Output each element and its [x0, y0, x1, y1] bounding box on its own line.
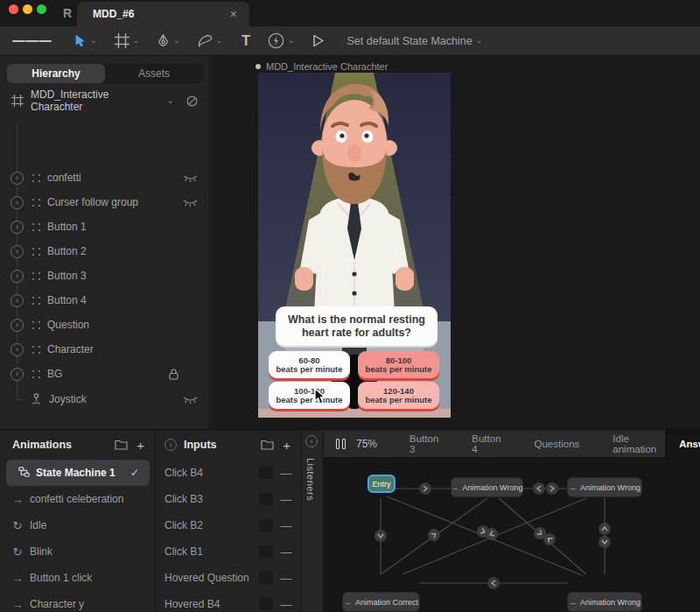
input-item-click-b2[interactable]: Click B2 — [156, 512, 301, 538]
input-type-icon [259, 467, 273, 479]
eye-closed-icon[interactable] [183, 396, 198, 404]
maximize-window-button[interactable] [37, 4, 46, 14]
answer-button-120-140[interactable]: 120-140 beats per minute [358, 382, 439, 409]
toolbar: ⌄ ⌄ ⌄ ⌄ T [0, 26, 700, 56]
collapse-inputs-icon[interactable]: › [164, 439, 177, 451]
input-value[interactable]: — [273, 572, 299, 585]
input-type-icon [259, 545, 273, 558]
tag-icon[interactable] [186, 95, 198, 107]
tab-questions[interactable]: Questions [526, 430, 589, 458]
minimize-window-button[interactable] [23, 4, 32, 14]
tree-item-button-4[interactable]: › Button 4 [0, 288, 210, 313]
artboard-label[interactable]: MDD_Interactive Charachter [256, 61, 388, 72]
animation-item-idle[interactable]: ↻ Idle [0, 512, 155, 538]
cursor-icon [74, 34, 87, 47]
input-value[interactable]: — [273, 545, 299, 559]
animation-item-blink[interactable]: ↻ Blink [0, 538, 155, 565]
add-animation-button[interactable]: + [136, 438, 144, 453]
expand-chevron-icon[interactable]: › [10, 196, 24, 209]
expand-listeners-icon[interactable]: › [305, 435, 318, 447]
expand-chevron-icon[interactable]: › [10, 245, 24, 258]
artboard-tool-button[interactable]: ⌄ [115, 33, 140, 48]
node-entry[interactable]: Entry [368, 475, 396, 493]
expand-chevron-icon[interactable]: › [10, 343, 24, 356]
tree-item-button-2[interactable]: › Button 2 [0, 239, 210, 264]
animation-item-confetti-celeberation[interactable]: → confetti celeberation [0, 486, 155, 512]
node-animation-correct[interactable]: → Animation Correct [343, 593, 419, 611]
rive-editor-window: R MDD_#6 × ⌄ ⌄ [0, 0, 700, 612]
input-item-click-b3[interactable]: Click B3 — [156, 486, 301, 512]
expand-chevron-icon[interactable]: › [10, 319, 24, 332]
expand-chevron-icon[interactable]: › [10, 221, 24, 234]
one-shot-icon: → [344, 598, 352, 607]
tab-hierarchy[interactable]: Hierarchy [7, 64, 105, 83]
tab-answers[interactable]: Answers [665, 430, 700, 458]
tab-button-3[interactable]: Button 3 [401, 430, 447, 458]
add-input-button[interactable]: + [283, 438, 290, 453]
tree-item-joystick[interactable]: Joystick [0, 387, 210, 412]
node-animation-wrong-bottom[interactable]: → Animation Wrong [568, 593, 641, 611]
question-card: What is the normal resting heart rate fo… [276, 306, 438, 346]
node-animation-wrong-top[interactable]: → Animation Wrong [452, 478, 522, 496]
tree-item-character[interactable]: › Character [0, 337, 210, 362]
transition-badges[interactable] [374, 482, 611, 589]
expand-chevron-icon[interactable]: › [10, 270, 24, 283]
set-default-state-machine-dropdown[interactable]: Set default State Machine ⌄ [337, 35, 483, 47]
tab-idle-animation[interactable]: Idle animation [604, 430, 665, 458]
folder-icon[interactable] [115, 440, 128, 450]
node-animation-wrong-right[interactable]: → Animation Wrong [568, 478, 641, 496]
pen-tool-button[interactable]: ⌄ [157, 33, 180, 48]
eye-closed-icon[interactable] [183, 174, 198, 182]
tree-item-question[interactable]: › Question [0, 313, 210, 337]
close-window-button[interactable] [9, 4, 18, 14]
select-tool-button[interactable]: ⌄ [74, 34, 97, 47]
input-value[interactable]: — [273, 467, 299, 480]
input-value[interactable]: — [273, 493, 299, 506]
tree-item-button-1[interactable]: › Button 1 [0, 215, 210, 239]
zoom-level[interactable]: 75% [356, 438, 377, 450]
hierarchy-artboard-row[interactable]: MDD_Interactive Charachter ⌄ [0, 89, 210, 112]
bone-tool-button[interactable]: ⌄ [198, 34, 223, 47]
group-icon [32, 223, 40, 231]
group-icon [32, 370, 40, 378]
expand-chevron-icon[interactable]: › [10, 368, 24, 381]
input-value[interactable]: — [273, 519, 299, 532]
tab-button-4[interactable]: Button 4 [463, 430, 509, 458]
group-icon [32, 297, 40, 305]
animation-item-state-machine-1[interactable]: State Machine 1 ✓ [6, 460, 150, 486]
text-tool-button[interactable]: T [242, 33, 250, 49]
close-tab-icon[interactable]: × [230, 7, 237, 21]
input-item-click-b1[interactable]: Click B1 — [156, 538, 301, 565]
expand-chevron-icon[interactable]: › [10, 294, 24, 307]
answer-button-80-100[interactable]: 80-100 beats per minute [358, 351, 439, 378]
menu-icon[interactable] [12, 38, 52, 44]
group-icon [32, 346, 40, 354]
stage-canvas[interactable]: MDD_Interactive Charachter [211, 56, 700, 429]
answer-button-100-120[interactable]: 100-120 beats per minute [269, 382, 350, 409]
check-icon: ✓ [130, 467, 139, 479]
play-button[interactable] [312, 34, 325, 47]
tab-assets[interactable]: Assets [105, 64, 203, 83]
eye-closed-icon[interactable] [183, 199, 198, 207]
one-shot-icon: → [452, 483, 459, 492]
animation-item-button-1-click[interactable]: → Button 1 click [0, 565, 155, 591]
chevron-down-icon[interactable]: ⌄ [167, 95, 174, 105]
listeners-panel[interactable]: › Listeners [302, 430, 324, 612]
animation-item-character-y[interactable]: → Character y [0, 591, 155, 612]
tree-item-curser-follow-group[interactable]: › Curser follow group [0, 190, 210, 215]
input-item-click-b4[interactable]: Click B4 — [156, 460, 301, 486]
artboard[interactable]: What is the normal resting heart rate fo… [258, 73, 451, 418]
lock-icon[interactable] [169, 369, 178, 380]
input-item-hovered-question[interactable]: Hovered Question — [156, 565, 301, 591]
input-item-hovered-b4[interactable]: Hovered B4 — [156, 591, 301, 612]
input-value[interactable]: — [273, 598, 299, 611]
tree-item-button-3[interactable]: › Button 3 [0, 264, 210, 288]
pause-icon[interactable] [336, 439, 346, 449]
expand-chevron-icon[interactable]: › [10, 172, 24, 185]
actions-tool-button[interactable]: ⌄ [268, 32, 295, 49]
folder-icon[interactable] [261, 440, 274, 450]
answer-button-60-80[interactable]: 60-80 beats per minute [269, 351, 350, 378]
tree-item-confetti[interactable]: › confetti [0, 165, 210, 190]
tree-item-bg[interactable]: › BG [0, 362, 210, 386]
file-tab[interactable]: MDD_#6 × [77, 2, 249, 26]
